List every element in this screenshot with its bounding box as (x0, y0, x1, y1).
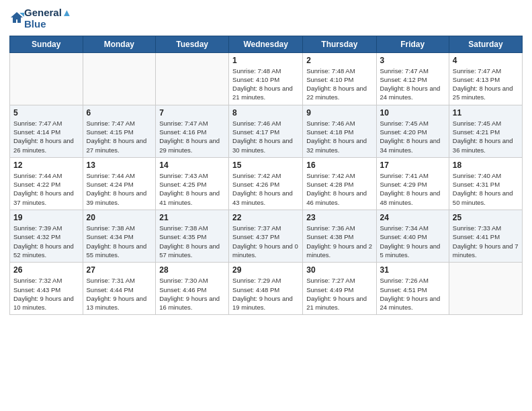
day-info: Sunrise: 7:36 AM Sunset: 4:38 PM Dayligh… (306, 224, 372, 259)
day-info: Sunrise: 7:47 AM Sunset: 4:12 PM Dayligh… (380, 66, 445, 102)
day-cell: 1Sunrise: 7:48 AM Sunset: 4:10 PM Daylig… (229, 52, 303, 105)
day-cell: 13Sunrise: 7:44 AM Sunset: 4:24 PM Dayli… (83, 157, 156, 210)
day-info: Sunrise: 7:39 AM Sunset: 4:32 PM Dayligh… (13, 224, 79, 259)
day-number: 3 (380, 56, 445, 65)
day-number: 27 (87, 265, 152, 275)
header: General▲ Blue (9, 7, 523, 30)
day-cell: 21Sunrise: 7:38 AM Sunset: 4:35 PM Dayli… (156, 210, 229, 263)
day-cell: 2Sunrise: 7:48 AM Sunset: 4:10 PM Daylig… (303, 52, 376, 105)
day-number: 8 (232, 108, 299, 118)
day-info: Sunrise: 7:45 AM Sunset: 4:21 PM Dayligh… (453, 119, 519, 154)
day-cell: 14Sunrise: 7:43 AM Sunset: 4:25 PM Dayli… (156, 157, 229, 210)
day-info: Sunrise: 7:45 AM Sunset: 4:20 PM Dayligh… (380, 119, 445, 154)
weekday-header-friday: Friday (376, 36, 449, 52)
day-number: 14 (159, 161, 225, 170)
week-row-3: 12Sunrise: 7:44 AM Sunset: 4:22 PM Dayli… (10, 157, 523, 210)
day-info: Sunrise: 7:47 AM Sunset: 4:14 PM Dayligh… (13, 119, 79, 154)
day-cell: 5Sunrise: 7:47 AM Sunset: 4:14 PM Daylig… (10, 105, 83, 157)
day-info: Sunrise: 7:40 AM Sunset: 4:31 PM Dayligh… (453, 171, 519, 207)
day-number: 25 (453, 213, 519, 222)
day-info: Sunrise: 7:41 AM Sunset: 4:29 PM Dayligh… (380, 171, 445, 207)
day-cell: 9Sunrise: 7:46 AM Sunset: 4:18 PM Daylig… (303, 105, 376, 157)
weekday-header-row: SundayMondayTuesdayWednesdayThursdayFrid… (10, 36, 523, 52)
day-info: Sunrise: 7:47 AM Sunset: 4:13 PM Dayligh… (453, 66, 519, 102)
day-cell (156, 52, 229, 105)
day-number: 16 (306, 161, 372, 170)
day-cell: 7Sunrise: 7:47 AM Sunset: 4:16 PM Daylig… (156, 105, 229, 157)
day-cell: 12Sunrise: 7:44 AM Sunset: 4:22 PM Dayli… (10, 157, 83, 210)
day-info: Sunrise: 7:34 AM Sunset: 4:40 PM Dayligh… (380, 224, 445, 259)
page: General▲ Blue SundayMondayTuesdayWednesd… (0, 0, 532, 411)
day-number: 1 (232, 56, 299, 65)
logo: General▲ Blue (9, 7, 72, 30)
day-cell: 11Sunrise: 7:45 AM Sunset: 4:21 PM Dayli… (449, 105, 522, 157)
weekday-header-thursday: Thursday (303, 36, 376, 52)
day-cell: 15Sunrise: 7:42 AM Sunset: 4:26 PM Dayli… (229, 157, 303, 210)
day-cell: 19Sunrise: 7:39 AM Sunset: 4:32 PM Dayli… (10, 210, 83, 263)
day-info: Sunrise: 7:46 AM Sunset: 4:17 PM Dayligh… (232, 119, 299, 154)
day-number: 2 (306, 56, 372, 65)
day-cell: 31Sunrise: 7:26 AM Sunset: 4:51 PM Dayli… (376, 263, 449, 315)
day-cell: 3Sunrise: 7:47 AM Sunset: 4:12 PM Daylig… (376, 52, 449, 105)
weekday-header-monday: Monday (83, 36, 156, 52)
day-number: 24 (380, 213, 445, 222)
day-number: 18 (453, 161, 519, 170)
day-info: Sunrise: 7:48 AM Sunset: 4:10 PM Dayligh… (232, 66, 299, 102)
day-cell: 27Sunrise: 7:31 AM Sunset: 4:44 PM Dayli… (83, 263, 156, 315)
day-number: 23 (306, 213, 372, 222)
day-cell: 8Sunrise: 7:46 AM Sunset: 4:17 PM Daylig… (229, 105, 303, 157)
day-info: Sunrise: 7:48 AM Sunset: 4:10 PM Dayligh… (306, 66, 372, 102)
day-info: Sunrise: 7:43 AM Sunset: 4:25 PM Dayligh… (159, 171, 225, 207)
day-cell: 6Sunrise: 7:47 AM Sunset: 4:15 PM Daylig… (83, 105, 156, 157)
day-info: Sunrise: 7:27 AM Sunset: 4:49 PM Dayligh… (306, 276, 372, 312)
day-number: 11 (453, 108, 519, 118)
logo-text: General▲ Blue (24, 7, 72, 30)
day-cell: 24Sunrise: 7:34 AM Sunset: 4:40 PM Dayli… (376, 210, 449, 263)
day-cell: 26Sunrise: 7:32 AM Sunset: 4:43 PM Dayli… (10, 263, 83, 315)
day-number: 19 (13, 213, 79, 222)
week-row-4: 19Sunrise: 7:39 AM Sunset: 4:32 PM Dayli… (10, 210, 523, 263)
calendar: SundayMondayTuesdayWednesdayThursdayFrid… (9, 36, 523, 316)
day-cell: 10Sunrise: 7:45 AM Sunset: 4:20 PM Dayli… (376, 105, 449, 157)
day-number: 22 (232, 213, 299, 222)
day-number: 29 (232, 265, 299, 275)
day-cell: 29Sunrise: 7:29 AM Sunset: 4:48 PM Dayli… (229, 263, 303, 315)
day-info: Sunrise: 7:47 AM Sunset: 4:15 PM Dayligh… (87, 119, 152, 154)
day-number: 6 (87, 108, 152, 118)
day-number: 12 (13, 161, 79, 170)
day-info: Sunrise: 7:38 AM Sunset: 4:34 PM Dayligh… (87, 224, 152, 259)
day-number: 4 (453, 56, 519, 65)
day-number: 21 (159, 213, 225, 222)
day-cell: 17Sunrise: 7:41 AM Sunset: 4:29 PM Dayli… (376, 157, 449, 210)
day-number: 17 (380, 161, 445, 170)
day-cell: 23Sunrise: 7:36 AM Sunset: 4:38 PM Dayli… (303, 210, 376, 263)
day-cell: 20Sunrise: 7:38 AM Sunset: 4:34 PM Dayli… (83, 210, 156, 263)
day-cell (10, 52, 83, 105)
day-number: 26 (13, 265, 79, 275)
day-number: 28 (159, 265, 225, 275)
weekday-header-saturday: Saturday (449, 36, 522, 52)
day-info: Sunrise: 7:33 AM Sunset: 4:41 PM Dayligh… (453, 224, 519, 259)
week-row-2: 5Sunrise: 7:47 AM Sunset: 4:14 PM Daylig… (10, 105, 523, 157)
week-row-1: 1Sunrise: 7:48 AM Sunset: 4:10 PM Daylig… (10, 52, 523, 105)
day-number: 31 (380, 265, 445, 275)
weekday-header-tuesday: Tuesday (156, 36, 229, 52)
day-cell (449, 263, 522, 315)
day-cell: 16Sunrise: 7:42 AM Sunset: 4:28 PM Dayli… (303, 157, 376, 210)
day-number: 7 (159, 108, 225, 118)
day-number: 9 (306, 108, 372, 118)
day-number: 13 (87, 161, 152, 170)
day-cell: 28Sunrise: 7:30 AM Sunset: 4:46 PM Dayli… (156, 263, 229, 315)
day-number: 30 (306, 265, 372, 275)
day-info: Sunrise: 7:47 AM Sunset: 4:16 PM Dayligh… (159, 119, 225, 154)
day-number: 5 (13, 108, 79, 118)
day-info: Sunrise: 7:31 AM Sunset: 4:44 PM Dayligh… (87, 276, 152, 312)
day-number: 20 (87, 213, 152, 222)
day-info: Sunrise: 7:44 AM Sunset: 4:24 PM Dayligh… (87, 171, 152, 207)
day-info: Sunrise: 7:44 AM Sunset: 4:22 PM Dayligh… (13, 171, 79, 207)
day-cell: 30Sunrise: 7:27 AM Sunset: 4:49 PM Dayli… (303, 263, 376, 315)
day-info: Sunrise: 7:42 AM Sunset: 4:28 PM Dayligh… (306, 171, 372, 207)
day-info: Sunrise: 7:32 AM Sunset: 4:43 PM Dayligh… (13, 276, 79, 312)
day-number: 15 (232, 161, 299, 170)
day-cell: 25Sunrise: 7:33 AM Sunset: 4:41 PM Dayli… (449, 210, 522, 263)
